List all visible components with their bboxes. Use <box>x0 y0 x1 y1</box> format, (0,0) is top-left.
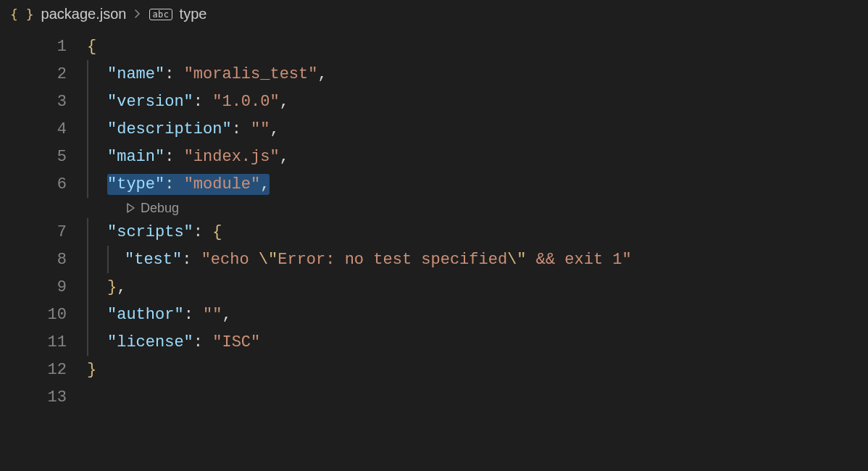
json-key: "license" <box>107 333 193 351</box>
code-line[interactable]: 11 "license": "ISC" <box>0 328 868 356</box>
breadcrumb-property[interactable]: type <box>180 6 207 22</box>
breadcrumb: { } package.json abc type <box>0 0 868 28</box>
debug-codelens[interactable]: Debug <box>0 198 868 218</box>
json-value: "moralis_test" <box>184 65 318 83</box>
code-line[interactable]: 12 } <box>0 356 868 383</box>
json-key: "scripts" <box>107 223 193 241</box>
brace-close: } <box>87 361 96 379</box>
json-value: "module" <box>184 175 261 193</box>
code-line[interactable]: 7 "scripts": { <box>0 218 868 246</box>
json-key: "type" <box>107 175 164 193</box>
json-value: "echo \"Error: no test specified\" && ex… <box>201 251 632 269</box>
line-number: 11 <box>0 333 87 351</box>
code-line[interactable]: 3 "version": "1.0.0", <box>0 88 868 115</box>
json-value: "ISC" <box>212 333 260 351</box>
json-key: "description" <box>107 120 232 138</box>
chevron-right-icon <box>133 7 142 22</box>
line-number: 2 <box>0 65 87 83</box>
brace-open: { <box>87 38 96 56</box>
json-key: "version" <box>107 93 193 111</box>
line-number: 6 <box>0 175 87 193</box>
json-value: "" <box>251 120 270 138</box>
json-file-icon: { } <box>10 7 34 22</box>
string-property-icon: abc <box>149 9 172 20</box>
line-number: 12 <box>0 361 87 379</box>
json-key: "author" <box>107 306 184 324</box>
debug-label[interactable]: Debug <box>141 201 179 216</box>
code-line[interactable]: 1 { <box>0 33 868 60</box>
line-number: 1 <box>0 38 87 56</box>
code-editor[interactable]: 1 { 2 "name": "moralis_test", 3 "version… <box>0 28 868 411</box>
json-key: "name" <box>107 65 164 83</box>
code-line[interactable]: 10 "author": "", <box>0 301 868 328</box>
code-line[interactable]: 2 "name": "moralis_test", <box>0 60 868 88</box>
code-line[interactable]: 13 <box>0 383 868 411</box>
code-line[interactable]: 6 "type": "module", <box>0 170 868 198</box>
selection-highlight: "type": "module", <box>107 174 270 195</box>
line-number: 9 <box>0 278 87 296</box>
breadcrumb-filename[interactable]: package.json <box>41 6 127 22</box>
code-line[interactable]: 5 "main": "index.js", <box>0 143 868 170</box>
line-number: 8 <box>0 251 87 269</box>
code-line[interactable]: 8 "test": "echo \"Error: no test specifi… <box>0 246 868 273</box>
json-value: "1.0.0" <box>212 93 279 111</box>
line-number: 4 <box>0 120 87 138</box>
line-number: 7 <box>0 223 87 241</box>
line-number: 10 <box>0 306 87 324</box>
line-number: 5 <box>0 148 87 166</box>
json-key: "main" <box>107 148 164 166</box>
code-line[interactable]: 9 }, <box>0 273 868 301</box>
json-value: "" <box>203 306 222 324</box>
line-number: 13 <box>0 388 87 407</box>
play-icon <box>125 202 136 214</box>
json-key: "test" <box>125 251 182 269</box>
line-number: 3 <box>0 93 87 111</box>
json-value: "index.js" <box>184 148 280 166</box>
code-line[interactable]: 4 "description": "", <box>0 115 868 143</box>
